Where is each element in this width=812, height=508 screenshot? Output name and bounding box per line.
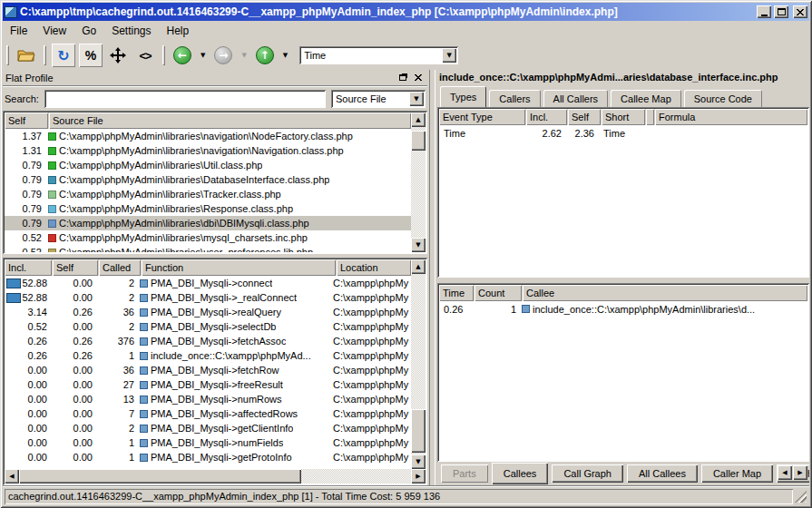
column-header-incl[interactable]: Incl. [5, 259, 52, 276]
percent-toggle-button[interactable]: % [79, 44, 103, 67]
file-row[interactable]: 0.52 C:\xampp\phpMyAdmin\libraries\mysql… [5, 230, 411, 245]
detail-tab[interactable]: Source Code [684, 90, 762, 107]
bottom-tab[interactable]: Call Graph [552, 464, 623, 483]
file-row[interactable]: 1.37 C:\xampp\phpMyAdmin\libraries\navig… [5, 129, 411, 143]
file-row[interactable]: 1.31 C:\xampp\phpMyAdmin\libraries\navig… [5, 143, 411, 158]
selected-function-title: include_once::C:\xampp\phpMyAdmi...aries… [437, 70, 809, 86]
event-type-select[interactable]: Time ▼ [299, 46, 458, 64]
dock-close-button[interactable] [411, 72, 425, 83]
grouping-dropdown-button[interactable]: ▼ [409, 92, 424, 106]
back-button[interactable]: ← [171, 44, 194, 67]
incl-cost: 0.52 [5, 321, 52, 332]
column-header-short[interactable]: Short [602, 109, 645, 125]
function-row[interactable]: 0.26 0.26 1 include_once::C:\xampp\phpMy… [5, 348, 411, 363]
scroll-track[interactable] [19, 469, 411, 484]
detail-tab[interactable]: Types [440, 86, 486, 107]
self-cost: 0.00 [52, 408, 97, 419]
scroll-thumb[interactable] [411, 409, 426, 453]
scroll-track[interactable] [411, 127, 426, 238]
function-row[interactable]: 0.00 0.00 13 PMA_DBI_Mysqli->numRows C:\… [5, 392, 411, 406]
column-header-function[interactable]: Function [142, 259, 336, 276]
menu-item[interactable]: Help [167, 24, 190, 37]
scroll-left-button[interactable]: ◀ [5, 469, 19, 484]
function-row[interactable]: 0.00 0.00 2 PMA_DBI_Mysqli->getClientInf… [5, 421, 411, 435]
column-header-self[interactable]: Self [5, 112, 48, 129]
column-header-location[interactable]: Location [337, 259, 411, 276]
toolbar-handle[interactable] [44, 45, 46, 65]
column-header-formula[interactable]: Formula [655, 109, 807, 125]
scroll-thumb[interactable] [19, 469, 301, 484]
file-row[interactable]: 0.79 C:\xampp\phpMyAdmin\libraries\Datab… [5, 172, 411, 187]
dock-float-button[interactable] [396, 72, 409, 83]
event-type-dropdown-button[interactable]: ▼ [442, 48, 456, 63]
scroll-down-button[interactable]: ▼ [411, 454, 426, 469]
column-header-source-file[interactable]: Source File [49, 112, 411, 129]
column-header-count[interactable]: Count [474, 285, 522, 301]
file-row[interactable]: 0.79 C:\xampp\phpMyAdmin\libraries\Track… [5, 187, 411, 201]
open-file-button[interactable] [15, 44, 38, 67]
minimize-button[interactable] [757, 5, 771, 18]
function-row[interactable]: 0.26 0.26 376 PMA_DBI_Mysqli->fetchAssoc… [5, 334, 411, 348]
detail-tab[interactable]: Callee Map [611, 90, 681, 107]
search-input[interactable] [44, 90, 326, 108]
scroll-up-button[interactable]: ▲ [411, 112, 426, 127]
forward-dropdown-arrow[interactable]: ▼ [241, 52, 246, 59]
cost-color-swatch [48, 220, 56, 228]
function-row[interactable]: 0.00 0.00 1 PMA_DBI_Mysqli->getProtoInfo… [5, 450, 411, 464]
function-row[interactable]: 0.00 0.00 1 PMA_DBI_Mysqli->numFields C:… [5, 435, 411, 450]
callee-row[interactable]: 0.26 1 include_once::C:\xampp\phpMyAdmin… [439, 301, 807, 317]
refresh-button[interactable]: ↻ [52, 44, 75, 67]
menu-item[interactable]: File [10, 24, 27, 37]
bottom-tab[interactable]: Callees [492, 463, 549, 484]
column-header-callee[interactable]: Callee [523, 285, 807, 301]
maximize-button[interactable] [774, 5, 788, 18]
scroll-down-button[interactable]: ▼ [411, 238, 426, 252]
menu-item[interactable]: Settings [112, 24, 151, 37]
statusbar: cachegrind.out.1416463299-C__xampp_phpMy… [3, 485, 809, 505]
function-row[interactable]: 0.00 0.00 36 PMA_DBI_Mysqli->fetchRow C:… [5, 363, 411, 377]
function-row[interactable]: 52.88 0.00 2 PMA_DBI_Mysqli->connect C:\… [5, 276, 411, 290]
function-row[interactable]: 0.52 0.00 2 PMA_DBI_Mysqli->selectDb C:\… [5, 319, 411, 334]
close-button[interactable] [793, 5, 807, 18]
function-row[interactable]: 3.14 0.26 36 PMA_DBI_Mysqli->realQuery C… [5, 305, 411, 319]
event-types-table: Event Type Incl. Self Short Formula Time… [437, 107, 809, 278]
function-row[interactable]: 52.88 0.00 2 PMA_DBI_Mysqli->_realConnec… [5, 290, 411, 305]
up-dropdown-arrow[interactable]: ▼ [283, 52, 288, 59]
scroll-right-button[interactable]: ▶ [411, 469, 426, 484]
up-button[interactable]: ↑ [253, 44, 277, 67]
file-row[interactable]: 0.79 C:\xampp\phpMyAdmin\libraries\dbi\D… [5, 216, 411, 230]
grouping-select[interactable]: Source File ▼ [331, 90, 426, 108]
bottom-tab[interactable]: Parts [441, 464, 488, 483]
search-row: Search: Source File ▼ [3, 86, 427, 111]
toolbar-handle[interactable] [6, 45, 9, 65]
resize-grip[interactable] [795, 491, 807, 503]
bottom-tab[interactable]: Caller Map [701, 464, 773, 483]
panel-splitter[interactable] [429, 70, 435, 485]
event-type-row[interactable]: Time 2.62 2.36 Time [439, 125, 807, 141]
detail-tab[interactable]: Callers [489, 90, 540, 107]
file-row[interactable]: 0.79 C:\xampp\phpMyAdmin\libraries\Respo… [5, 201, 411, 216]
column-header-self[interactable]: Self [53, 259, 98, 276]
forward-button[interactable]: → [211, 44, 235, 67]
detail-tab[interactable]: All Callers [543, 90, 609, 107]
menu-item[interactable]: View [43, 24, 66, 37]
menu-item[interactable]: Go [82, 24, 96, 37]
bottom-tab[interactable]: All Callees [627, 464, 698, 483]
tab-scroll-right-button[interactable]: ▶ [793, 465, 807, 480]
cycle-grouping-button[interactable]: <> [133, 44, 157, 67]
column-header-event-type[interactable]: Event Type [439, 109, 525, 125]
column-header-time[interactable]: Time [439, 285, 474, 301]
back-dropdown-arrow[interactable]: ▼ [201, 52, 205, 59]
function-row[interactable]: 0.00 0.00 7 PMA_DBI_Mysqli->affectedRows… [5, 406, 411, 421]
file-row[interactable]: 0.79 C:\xampp\phpMyAdmin\libraries\Util.… [5, 158, 411, 172]
scroll-up-button[interactable]: ▲ [411, 259, 426, 274]
scroll-track[interactable] [411, 274, 426, 454]
column-header-called[interactable]: Called [99, 259, 141, 276]
tab-scroll-left-button[interactable]: ◀ [778, 465, 792, 480]
dock-layout-button[interactable] [106, 44, 130, 67]
column-header-self[interactable]: Self [568, 109, 601, 125]
function-row[interactable]: 0.00 0.00 27 PMA_DBI_Mysqli->freeResult … [5, 377, 411, 392]
scroll-thumb[interactable] [411, 131, 426, 151]
column-header-incl[interactable]: Incl. [526, 109, 567, 125]
file-row[interactable]: 0.52 C:\xampp\phpMyAdmin\libraries\user_… [5, 245, 411, 252]
